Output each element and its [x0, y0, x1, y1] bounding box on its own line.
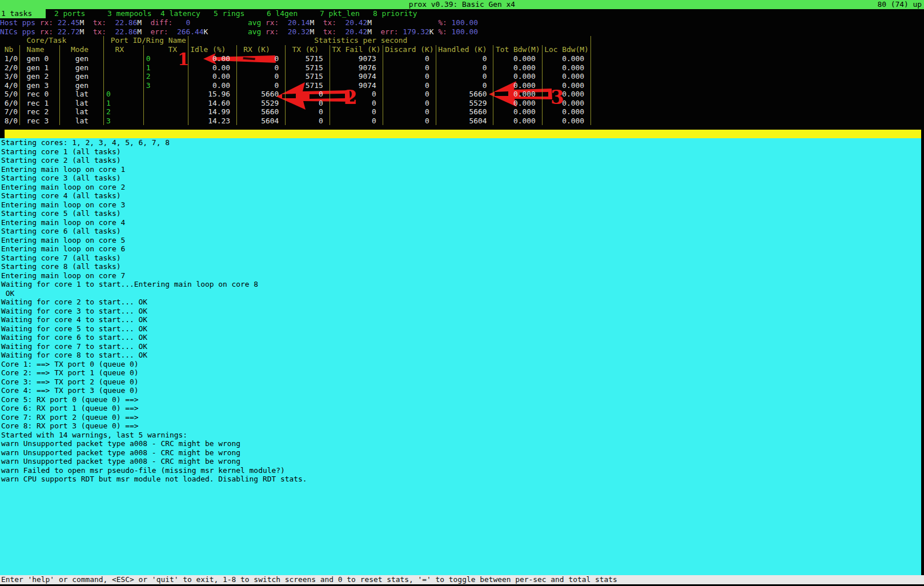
terminal-screen[interactable]: prox v0.39: Basic Gen x4 80 (74) up 1 ta…	[0, 0, 924, 586]
table-cell: 5529	[261, 99, 279, 108]
table-cell: 0.000	[513, 81, 536, 90]
column-separator	[590, 45, 591, 125]
column-separator	[143, 45, 144, 125]
table-cell: gen	[75, 54, 89, 63]
host-pps-line: 100.00	[452, 18, 479, 27]
log-line: Core 2: ==> TX port 1 (queue 0)	[1, 368, 139, 378]
table-cell: 4/0	[5, 81, 18, 90]
column-separator	[188, 45, 188, 125]
log-line: Core 7: RX port 2 (queue 0) ==>	[1, 413, 139, 422]
table-cell: 5529	[469, 99, 487, 108]
table-cell: rec 2	[27, 107, 49, 117]
log-line: warn Unsupported packet type a008 - CRC …	[1, 439, 240, 448]
table-cell: 0.000	[513, 107, 536, 117]
table-cell: 0	[275, 72, 279, 81]
tab-tasks[interactable]: 1 tasks	[0, 9, 46, 18]
table-cell: 0	[483, 81, 487, 90]
table-cell: 9074	[359, 72, 376, 81]
table-cell: 5660	[469, 107, 487, 117]
table-cell: lat	[75, 117, 89, 126]
nics-pps-line: 179.32	[403, 27, 429, 37]
table-group-header: Port ID/Ring Name	[111, 36, 186, 45]
host-pps-line: avg	[248, 18, 261, 27]
table-cell: 0.000	[513, 99, 536, 108]
log-line: warn CPU supports RDT but msr module not…	[1, 475, 307, 484]
nics-pps-line: K	[204, 27, 208, 37]
table-cell: gen	[75, 81, 89, 90]
log-line: Starting core 1 (all tasks)	[1, 147, 121, 156]
cursor-block	[0, 130, 5, 138]
host-pps-line: tx:	[93, 18, 106, 27]
log-line: warn Unsupported packet type a008 - CRC …	[1, 457, 240, 466]
nics-pps-line: M	[367, 27, 372, 37]
table-cell: 2/0	[5, 63, 18, 73]
table-group-header: Statistics per second	[314, 36, 407, 45]
tab-pkt_len[interactable]: 7 pkt_len	[320, 9, 360, 18]
table-cell: 0	[425, 90, 429, 99]
nics-pps-line: K	[429, 27, 434, 37]
table-cell: 5604	[261, 117, 279, 126]
tab-priority[interactable]: 8 priority	[373, 9, 417, 18]
log-line: Starting core 6 (all tasks)	[1, 227, 121, 236]
table-cell: 2	[146, 72, 151, 81]
host-pps-line: 22.86	[115, 18, 138, 27]
log-line: Starting core 2 (all tasks)	[1, 156, 121, 165]
column-header: Discard (K)	[385, 45, 433, 54]
nics-pps-line: err:	[381, 27, 399, 37]
column-separator	[103, 45, 104, 125]
table-cell: 0	[319, 117, 323, 126]
host-pps-line: M	[367, 18, 372, 27]
nics-pps-line: 22.86	[115, 27, 138, 37]
table-cell: 9076	[359, 63, 376, 73]
log-line: Starting cores: 1, 2, 3, 4, 5, 6, 7, 8	[1, 138, 170, 147]
column-header: TX Fail (K)	[332, 45, 380, 54]
table-cell: 2	[106, 107, 111, 117]
log-line: Entering main loop on core 6	[1, 244, 125, 254]
column-separator	[383, 45, 383, 125]
table-cell: 0	[425, 117, 429, 126]
title-bar: prox v0.39: Basic Gen x4 80 (74) up	[0, 0, 924, 9]
table-cell: 0.000	[562, 63, 584, 73]
column-separator	[285, 45, 286, 125]
tab-rings[interactable]: 5 rings	[214, 9, 244, 18]
host-pps-line: 20.42	[346, 18, 368, 27]
table-cell: 14.60	[208, 99, 230, 108]
column-separator	[542, 45, 543, 125]
nics-pps-line: 20.42	[346, 27, 368, 37]
column-separator	[188, 36, 188, 45]
tab-ports[interactable]: 2 ports	[54, 9, 85, 18]
table-cell: 6/0	[5, 99, 18, 108]
table-cell: 1	[106, 99, 111, 108]
tab-mempools[interactable]: 3 mempools	[107, 9, 152, 18]
column-separator	[330, 45, 330, 125]
table-cell: 5660	[261, 107, 279, 117]
column-header: Loc Bdw(M)	[544, 45, 589, 54]
column-separator	[493, 45, 493, 125]
nics-pps-line: M	[310, 27, 315, 37]
table-cell: lat	[75, 107, 89, 117]
tab-l4gen[interactable]: 6 l4gen	[267, 9, 298, 18]
column-separator	[236, 45, 237, 125]
log-line: Started with 14 warnings, last 5 warning…	[1, 431, 187, 440]
table-cell: 0.000	[513, 90, 536, 99]
table-cell: 0	[319, 90, 323, 99]
table-cell: rec 0	[27, 90, 49, 99]
log-line: warn Failed to open msr pseudo-file (mis…	[1, 466, 285, 475]
log-area: Starting cores: 1, 2, 3, 4, 5, 6, 7, 8St…	[0, 138, 921, 575]
table-cell: 0	[425, 54, 429, 63]
tab-latency[interactable]: 4 latency	[160, 9, 200, 18]
table-cell: 0	[425, 99, 429, 108]
table-cell: 0	[483, 63, 487, 73]
uptime-indicator: 80 (74) up	[877, 0, 922, 9]
column-separator	[19, 45, 20, 125]
table-cell: 0.00	[212, 81, 230, 90]
host-pps-line: %:	[438, 18, 447, 27]
log-line: Starting core 8 (all tasks)	[1, 262, 121, 271]
column-header: Name	[27, 45, 45, 54]
table-cell: 5660	[469, 90, 487, 99]
table-cell: 0	[372, 90, 376, 99]
app-title: prox v0.39: Basic Gen x4	[409, 0, 515, 9]
table-cell: 5660	[261, 90, 279, 99]
log-line: Core 8: RX port 3 (queue 0) ==>	[1, 422, 139, 431]
table-cell: 0	[319, 99, 323, 108]
